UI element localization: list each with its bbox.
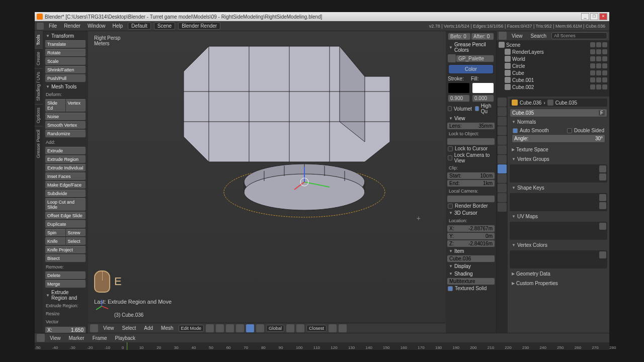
stroke-opacity-field[interactable]: 0.900 [448,95,470,102]
fill-opacity-field[interactable]: 0.000 [472,95,494,102]
prop-tab-data[interactable] [498,164,507,173]
angle-field[interactable]: Angle:30° [512,134,605,143]
mode-dropdown[interactable]: Edit Mode [179,325,204,332]
slide-vertex-button[interactable]: Vertex [66,99,87,112]
pivot-icon[interactable] [216,324,224,332]
close-button[interactable]: × [599,13,607,20]
shading-icon[interactable] [206,324,214,332]
datablock-breadcrumb[interactable]: Cube.036› Cube.035 [510,99,607,107]
uvmaps-header[interactable]: UV Maps [510,212,607,221]
proportional-icon[interactable] [329,324,337,332]
tl-frame-menu[interactable]: Frame [90,334,110,342]
prop-tab-world[interactable] [498,126,507,135]
inset-faces-button[interactable]: Inset Faces [45,172,86,180]
randomize-button[interactable]: Randomize [45,130,86,138]
delete-button[interactable]: Delete [45,272,86,280]
tab-options[interactable]: Options [35,104,43,126]
bisect-button[interactable]: Bisect [45,254,86,262]
subdivide-button[interactable]: Subdivide [45,190,86,198]
mesh-name-field[interactable]: Cube.035F [510,109,607,117]
scene-dropdown[interactable]: Scene [154,22,175,30]
vgroups-list[interactable] [510,164,607,183]
rotate-button[interactable]: Rotate [45,49,86,57]
gp-color-label[interactable]: Color [465,66,477,72]
display-header[interactable]: Display [447,262,495,270]
viewport-3d[interactable]: Right Persp Meters [88,31,446,323]
duplicate-button[interactable]: Duplicate [45,220,86,228]
lock-cursor-check[interactable] [448,146,453,151]
gp-colors-header[interactable]: Grease Pencil Colors [447,41,495,54]
operator-header[interactable]: Extrude Region and [44,289,87,302]
lock-object-field[interactable] [447,138,495,145]
knife-button[interactable]: Knife [45,237,66,245]
menu-help[interactable]: Help [110,22,126,30]
editor-type-icon[interactable] [90,324,98,332]
autosmooth-check[interactable] [513,128,518,133]
noise-button[interactable]: Noise [45,113,86,121]
render-border-check[interactable] [448,204,453,209]
lock-camera-check[interactable] [448,155,452,160]
vp-view-menu[interactable]: View [100,324,117,332]
prop-tab-render[interactable] [498,98,507,107]
vcolors-header[interactable]: Vertex Colors [510,241,607,249]
prop-tab-object[interactable] [498,136,507,145]
vp-select-menu[interactable]: Select [119,324,139,332]
face-select-icon[interactable] [246,324,254,332]
prop-tab-material[interactable] [498,174,507,183]
befo-field[interactable]: Befo: 0 [448,33,471,40]
maximize-button[interactable]: □ [590,13,598,20]
highqu-check[interactable] [475,106,479,111]
outliner-item[interactable]: Cube.001 [499,76,607,83]
vertex-select-icon[interactable] [226,324,234,332]
snap-icon[interactable] [296,324,304,332]
loopcut-button[interactable]: Loop Cut and Slide [45,198,86,211]
prop-tab-particles[interactable] [498,193,507,202]
clip-start-field[interactable]: Start:10cm [447,172,495,179]
texspace-header[interactable]: Texture Space [510,145,607,154]
uvmap-add-icon[interactable] [599,223,606,230]
custom-props-header[interactable]: Custom Properties [510,279,607,288]
fill-color-swatch[interactable] [472,82,494,94]
minimize-button[interactable]: _ [581,13,589,20]
item-name-field[interactable]: Cube.036 [447,255,495,262]
tab-create[interactable]: Create [35,48,43,68]
layout-dropdown[interactable]: Default [128,22,151,30]
vcolors-list[interactable] [510,250,607,268]
layers-icon[interactable] [339,324,347,332]
clip-end-field[interactable]: End:1km [447,179,495,187]
shading-header[interactable]: Shading [447,270,495,278]
info-editor-icon[interactable] [37,23,44,30]
render-engine-dropdown[interactable]: Blender Render [178,22,220,30]
limit-selection-icon[interactable] [256,324,264,332]
scale-button[interactable]: Scale [45,57,86,65]
extrude-region-button[interactable]: Extrude Region [45,155,86,163]
vgroup-remove-icon[interactable] [599,173,606,180]
timeline-ruler[interactable]: -50-40-30-20-100102030405060708090100110… [35,342,609,350]
tl-marker-menu[interactable]: Marker [66,334,88,342]
outliner-item[interactable]: Cube [499,69,607,76]
vector-x-field[interactable]: X:1.650 [45,326,86,333]
after-field[interactable]: After: 0 [471,33,494,40]
lens-field[interactable]: Lens:35mm [447,122,495,130]
prop-tab-scene[interactable] [498,117,507,126]
outliner-item[interactable]: World [499,55,607,62]
vp-mesh-menu[interactable]: Mesh [158,324,176,332]
prop-tab-constraints[interactable] [498,145,507,154]
view-header[interactable]: View [447,115,495,122]
prop-tab-physics[interactable] [498,203,507,212]
cursor-header[interactable]: 3D Cursor [447,209,495,217]
translate-button[interactable]: Translate [45,40,86,48]
stroke-color-swatch[interactable] [448,82,470,94]
smooth-vertex-button[interactable]: Smooth Vertex [45,121,86,129]
multitexture-dropdown[interactable]: Multitexture [447,278,495,285]
outliner-filter-dropdown[interactable]: All Scenes [551,32,607,39]
slide-edge-button[interactable]: Slide Ed [45,99,66,112]
transform-header[interactable]: Transform [44,32,87,40]
meshtools-header[interactable]: Mesh Tools [44,83,87,90]
tab-tools[interactable]: Tools [35,31,43,48]
shapekey-add-icon[interactable] [599,194,606,201]
gp-palette-field[interactable]: GP_Palette [456,55,494,62]
vgroups-header[interactable]: Vertex Groups [510,155,607,163]
outliner-item[interactable]: RenderLayers [499,48,607,55]
shapekeys-header[interactable]: Shape Keys [510,184,607,192]
